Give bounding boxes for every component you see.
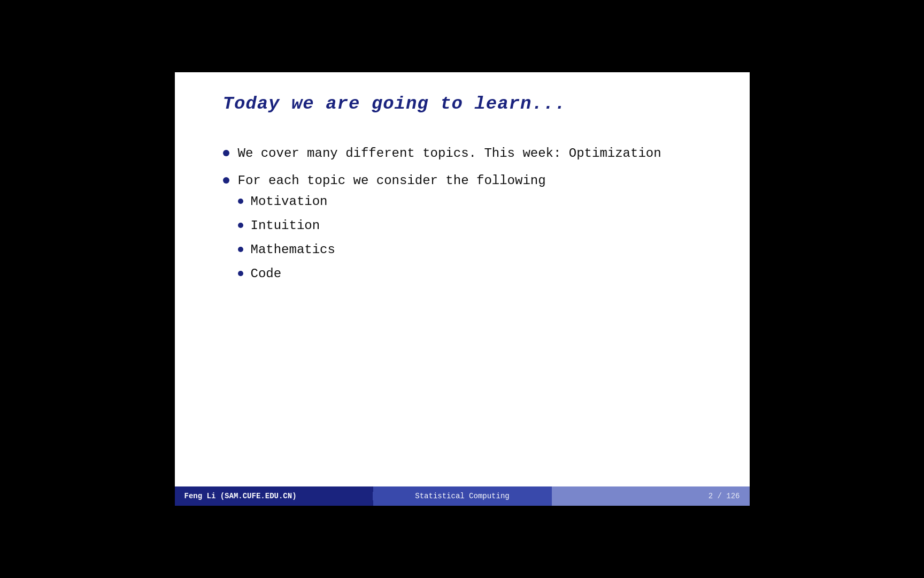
sub-item-mathematics-text: Mathematics [251, 242, 335, 257]
sub-item-code-text: Code [251, 267, 282, 281]
sub-bullet-dot-1 [238, 199, 243, 204]
bullet-dot-2 [223, 177, 229, 184]
slide-content: Today we are going to learn... We cover … [175, 72, 750, 486]
slide: Today we are going to learn... We cover … [175, 72, 750, 506]
sub-item-motivation: Motivation [238, 194, 546, 209]
sub-bullet-dot-2 [238, 223, 243, 228]
bullet-dot-1 [223, 150, 229, 156]
slide-wrapper: Today we are going to learn... We cover … [173, 0, 751, 578]
bullet-item-2: For each topic we consider the following… [223, 173, 702, 291]
slide-footer: Feng Li (SAM.CUFE.EDU.CN) Statistical Co… [175, 486, 750, 506]
main-bullet-list: We cover many different topics. This wee… [223, 146, 702, 303]
sub-item-intuition-text: Intuition [251, 218, 320, 233]
bullet-item-1: We cover many different topics. This wee… [223, 146, 702, 161]
sub-item-intuition: Intuition [238, 218, 546, 233]
footer-author: Feng Li (SAM.CUFE.EDU.CN) [175, 492, 373, 500]
bullet-item-2-text: For each topic we consider the following [238, 173, 546, 188]
sub-item-mathematics: Mathematics [238, 242, 546, 257]
sub-bullet-dot-3 [238, 247, 243, 252]
footer-title: Statistical Computing [415, 492, 509, 500]
slide-title: Today we are going to learn... [223, 94, 702, 114]
footer-page: 2 / 126 [709, 492, 740, 500]
sub-bullet-dot-4 [238, 271, 243, 276]
sub-item-code: Code [238, 267, 546, 281]
sub-bullet-list: Motivation Intuition Mathematics [238, 194, 546, 281]
bullet-item-1-text: We cover many different topics. This wee… [238, 146, 661, 161]
sub-item-motivation-text: Motivation [251, 194, 328, 209]
